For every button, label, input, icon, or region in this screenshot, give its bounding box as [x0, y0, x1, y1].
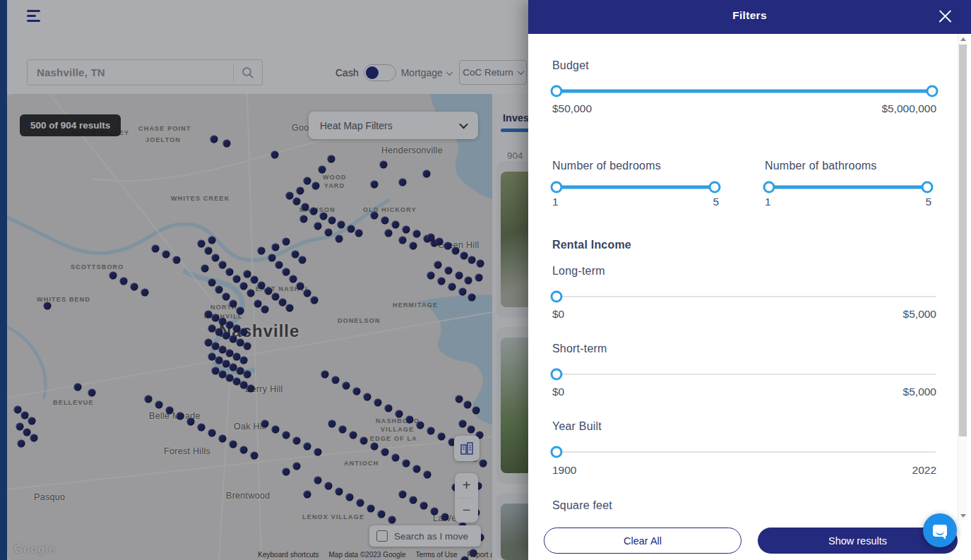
- short-term-slider-handle[interactable]: [551, 368, 563, 380]
- bedrooms-min-value: 1: [552, 196, 559, 208]
- bedrooms-max-value: 5: [713, 196, 719, 208]
- budget-min-value: $50,000: [552, 102, 592, 115]
- bathrooms-max-value: 5: [925, 196, 931, 208]
- bedrooms-slider-track: [552, 185, 719, 189]
- rental-income-heading: Rental Income: [552, 239, 631, 251]
- scrollbar-thumb[interactable]: [959, 44, 967, 436]
- bathrooms-slider-min-handle[interactable]: [763, 181, 775, 193]
- short-term-slider: [552, 368, 936, 380]
- bedrooms-slider: [552, 181, 719, 193]
- year-built-slider-track: [552, 451, 936, 453]
- bedrooms-slider-min-handle[interactable]: [551, 181, 563, 193]
- short-term-label: Short-term: [552, 342, 607, 355]
- chat-launcher-button[interactable]: [923, 513, 957, 547]
- budget-slider: [552, 85, 936, 97]
- scrollbar-down-arrow[interactable]: [958, 511, 967, 520]
- square-feet-label: Square feet: [552, 499, 612, 512]
- modal-dim-overlay[interactable]: [0, 0, 528, 560]
- bathrooms-min-value: 1: [765, 196, 771, 208]
- budget-label: Budget: [552, 59, 589, 72]
- filters-header: Filters: [528, 0, 971, 34]
- year-built-label: Year Built: [552, 420, 602, 433]
- long-term-max-value: $5,000: [903, 308, 936, 321]
- bathrooms-slider: [765, 181, 931, 193]
- year-built-values: 1900 2022: [552, 464, 936, 477]
- year-built-slider-handle[interactable]: [551, 446, 563, 458]
- year-built-min-value: 1900: [552, 464, 576, 477]
- budget-slider-track: [552, 89, 936, 93]
- bathrooms-slider-track: [765, 185, 931, 189]
- short-term-values: $0 $5,000: [552, 386, 936, 398]
- chat-bubble-icon: [933, 525, 947, 537]
- filters-body: Budget $50,000 $5,000,000 Number of bedr…: [528, 34, 971, 520]
- long-term-min-value: $0: [552, 308, 564, 321]
- filters-title: Filters: [528, 9, 971, 22]
- bedrooms-slider-max-handle[interactable]: [709, 181, 721, 193]
- long-term-label: Long-term: [552, 265, 605, 278]
- filters-footer: Clear All Show results: [528, 520, 971, 560]
- bathrooms-label: Number of bathrooms: [765, 160, 877, 172]
- short-term-max-value: $5,000: [903, 386, 936, 398]
- bedrooms-values: 1 5: [552, 196, 719, 208]
- budget-values: $50,000 $5,000,000: [552, 102, 936, 115]
- bedrooms-label: Number of bedrooms: [552, 160, 661, 172]
- bathrooms-values: 1 5: [765, 196, 931, 208]
- panel-scrollbar[interactable]: [958, 34, 967, 520]
- scrollbar-up-arrow[interactable]: [958, 34, 967, 44]
- budget-slider-max-handle[interactable]: [927, 85, 939, 97]
- short-term-slider-track: [552, 374, 936, 375]
- long-term-values: $0 $5,000: [552, 308, 936, 321]
- long-term-slider-handle[interactable]: [551, 290, 563, 302]
- filters-drawer: Filters Budget $50,000 $5,000,000 Number…: [528, 0, 971, 560]
- year-built-max-value: 2022: [912, 464, 936, 477]
- clear-all-button[interactable]: Clear All: [544, 528, 741, 554]
- year-built-slider: [552, 446, 936, 458]
- budget-slider-min-handle[interactable]: [551, 85, 563, 97]
- bathrooms-slider-max-handle[interactable]: [922, 181, 934, 193]
- app-window: Nashville, TN Cash Mortgage CoC Return: [0, 0, 971, 560]
- close-icon[interactable]: [938, 9, 953, 24]
- long-term-slider: [552, 290, 936, 302]
- long-term-slider-track: [552, 296, 936, 297]
- short-term-min-value: $0: [552, 386, 564, 398]
- budget-max-value: $5,000,000: [881, 102, 936, 115]
